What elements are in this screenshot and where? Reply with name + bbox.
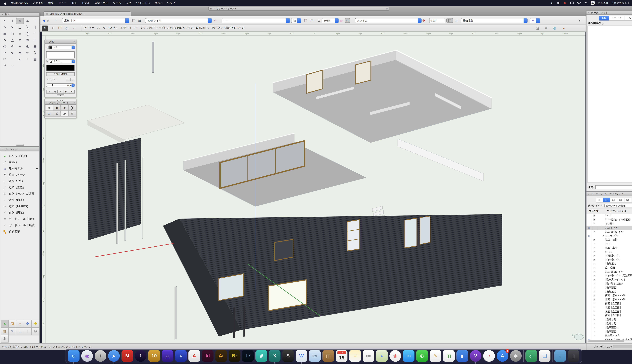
help-icon[interactable]: ? bbox=[386, 8, 388, 10]
drag-handle[interactable]: ■ ■ ■ bbox=[586, 190, 632, 192]
fit-objects-icon[interactable]: ❑ bbox=[310, 18, 313, 23]
layer-name[interactable]: 地面 土地 bbox=[605, 246, 632, 250]
visible-x-icon[interactable]: ✕ bbox=[592, 310, 596, 313]
pan-tool[interactable]: ✛ bbox=[8, 18, 16, 24]
menu-item-7[interactable]: ツール bbox=[113, 1, 122, 5]
layer-name[interactable]: 3D外構レイヤ bbox=[605, 258, 632, 261]
layer-row[interactable]: ✕東面【立面図】25 bbox=[586, 310, 632, 314]
navigation-palette-titlebar[interactable]: ✕ ナビゲーション - デザインレイヤ ? bbox=[586, 192, 632, 196]
layers-icon[interactable]: ❏ bbox=[132, 18, 135, 23]
layer-name[interactable]: 東面 窓線 1・2階 bbox=[605, 298, 632, 301]
smart-edge-snap[interactable]: ▱ bbox=[61, 111, 68, 116]
menu-item-2[interactable]: 編集 bbox=[48, 1, 54, 5]
dock-mail[interactable]: ✉ bbox=[309, 350, 321, 362]
dims-notes-category[interactable]: ✎ bbox=[8, 327, 16, 335]
visible-x-icon[interactable]: ✕ bbox=[592, 230, 596, 233]
collapse-handle[interactable]: ▾ bbox=[57, 94, 64, 96]
layer-name[interactable]: 1F GL bbox=[605, 250, 632, 253]
mirror-tool[interactable]: ⋈ bbox=[16, 50, 24, 56]
pen-type-dropdown[interactable]: ↰ クラス… ⇅ bbox=[49, 60, 75, 63]
fill-type-dropdown[interactable]: カラー ⇅ bbox=[48, 46, 75, 49]
menu-item-8[interactable]: 文字 bbox=[126, 1, 132, 5]
toolset-item-11[interactable]: ≈ガードレール（曲線） bbox=[0, 222, 40, 228]
sheet-layer-tab[interactable]: ▤ bbox=[610, 198, 617, 202]
dock-x-app[interactable]: X bbox=[269, 350, 280, 362]
dock-reminders[interactable]: ≔ bbox=[363, 350, 374, 362]
layer-row[interactable]: ✕3D1F屋根レイヤ5 bbox=[586, 230, 632, 234]
pen-color-swatch[interactable] bbox=[46, 65, 74, 71]
collapse-handle[interactable]: ▾ bbox=[16, 144, 24, 146]
layer-row[interactable]: ✕2D外構レイヤ（配置図用）…16 bbox=[586, 274, 632, 278]
visibility-tool[interactable]: ◉ bbox=[24, 43, 31, 50]
layer-name[interactable]: 2階平面図 bbox=[605, 286, 632, 289]
layer-name[interactable]: 2階 1階との鎖線 bbox=[605, 282, 632, 286]
visible-x-icon[interactable]: ✕ bbox=[592, 258, 596, 261]
toolset-palette-titlebar[interactable]: ✕ ツールセット bbox=[0, 147, 40, 151]
layer-name[interactable]: 3D2F屋根レイヤ作図編 bbox=[605, 218, 632, 222]
dock-calendar[interactable]: 151月 bbox=[336, 350, 348, 362]
visible-x-icon[interactable]: ✕ bbox=[592, 330, 596, 333]
layer-row[interactable]: ◉3D2Fレイヤ4 bbox=[586, 226, 632, 230]
layer-name[interactable]: 西面 窓線 1・2階 bbox=[605, 294, 632, 298]
class-tab[interactable]: ⌗ bbox=[596, 198, 603, 202]
flyover-center-mode[interactable]: ↻ bbox=[42, 26, 48, 31]
clip-cube-icon[interactable]: ▱ bbox=[340, 18, 342, 23]
attr-back-button[interactable]: ◀ bbox=[52, 90, 58, 94]
dock-lightroom[interactable]: Lr bbox=[242, 350, 254, 362]
layer-row[interactable]: ✕敷地線・方位31 bbox=[586, 334, 632, 338]
piping-category[interactable]: ⊥ bbox=[16, 327, 24, 335]
layer-row[interactable]: ✕2D1F図面レイヤ15 bbox=[586, 270, 632, 274]
help-icon[interactable]: ? bbox=[74, 101, 75, 104]
object-snap[interactable]: ▣ bbox=[53, 105, 61, 111]
text-tool[interactable]: T bbox=[31, 18, 39, 24]
dock-itunes[interactable]: ♪ bbox=[483, 350, 495, 362]
layer-row[interactable]: ✕庭 造園14 bbox=[586, 266, 632, 270]
layer-row[interactable]: ✕1階平面図30 bbox=[586, 330, 632, 334]
layer-row[interactable]: ✕2階平面図19 bbox=[586, 286, 632, 290]
apple-icon[interactable] bbox=[4, 1, 6, 5]
visible-x-icon[interactable]: ✕ bbox=[592, 266, 596, 269]
flyover-point-mode[interactable]: ⌖ bbox=[50, 26, 56, 31]
dock-stripes-app[interactable]: /// bbox=[256, 350, 267, 362]
layer-name[interactable]: 西面【立面図】 bbox=[605, 314, 632, 317]
dock-pages[interactable]: ✎ bbox=[430, 350, 441, 362]
tab-レンダー[interactable]: レンダー bbox=[624, 16, 632, 20]
close-icon[interactable]: ✕ bbox=[2, 14, 4, 16]
menu-item-5[interactable]: モデル bbox=[82, 1, 90, 5]
drafting-category[interactable]: ◪ bbox=[8, 320, 16, 327]
toolset-item-8[interactable]: ∿道路（NURBS） bbox=[0, 203, 40, 210]
line-style-dropdown[interactable]: ······ˇ bbox=[222, 18, 290, 23]
visible-x-icon[interactable]: ✕ bbox=[592, 214, 596, 217]
join-tool[interactable]: ◝ bbox=[24, 56, 31, 62]
saved-view-dropdown[interactable]: カスタムˇ bbox=[355, 18, 422, 23]
drawing-area[interactable]: 1000090008000700060005000400030002000100… bbox=[42, 32, 586, 347]
layer-name[interactable]: 1階通り芯 bbox=[605, 322, 632, 325]
delete-tool[interactable]: ✕ bbox=[8, 24, 16, 30]
layer-name[interactable]: 東面【立面図】 bbox=[605, 310, 632, 313]
help-icon[interactable]: ? bbox=[74, 40, 75, 43]
visible-x-icon[interactable]: ✕ bbox=[592, 262, 596, 265]
resource-manager-titlebar[interactable]: ✕ ─ リソースマネージャ ? bbox=[208, 7, 389, 10]
visible-x-icon[interactable]: ✕ bbox=[592, 246, 596, 249]
structural-category[interactable]: I bbox=[24, 327, 32, 335]
spiral-tool[interactable]: @ bbox=[1, 43, 8, 50]
callout-tool[interactable]: ✎ bbox=[1, 24, 8, 30]
layer-name[interactable]: 2階部屋名 bbox=[605, 262, 632, 266]
flyover-object-mode[interactable]: ❒ bbox=[57, 26, 63, 31]
layer-row[interactable]: ✕2階部屋名13 bbox=[586, 262, 632, 266]
screen-mirroring-icon[interactable] bbox=[570, 1, 574, 5]
layer-row[interactable]: ✕1F 床8 bbox=[586, 242, 632, 246]
regular-polygon-tool[interactable]: ⬡ bbox=[31, 37, 39, 43]
dock-system-preferences[interactable]: ✱ bbox=[510, 350, 522, 362]
dock-scrivener[interactable]: S bbox=[282, 350, 294, 362]
close-icon[interactable]: ✕ bbox=[588, 12, 590, 14]
visible-x-icon[interactable]: ✕ bbox=[592, 270, 596, 273]
blend-tool[interactable]: ⊃ bbox=[8, 62, 16, 68]
dock-photos[interactable]: ❀ bbox=[390, 350, 401, 362]
multi-view-icon[interactable]: ◫ bbox=[454, 18, 458, 23]
dock-bridge[interactable]: Br bbox=[229, 350, 240, 362]
visible-x-icon[interactable]: ✕ bbox=[592, 322, 596, 325]
toolset-item-12[interactable]: ▚造成図形 bbox=[0, 228, 40, 235]
fillet-tool[interactable]: ◜ bbox=[8, 56, 16, 62]
layer-name[interactable]: 1階平面図-2 bbox=[605, 326, 632, 329]
